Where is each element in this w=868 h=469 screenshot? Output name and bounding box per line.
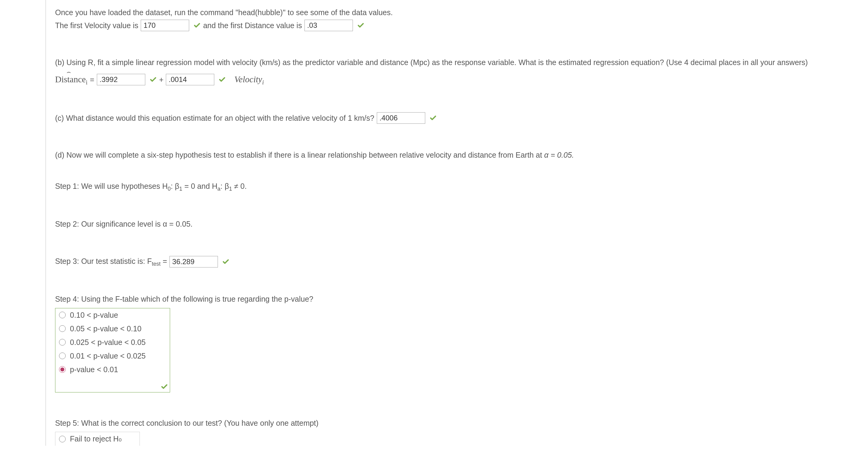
radio-row-2[interactable]: 0.025 < p-value < 0.05 <box>55 336 170 349</box>
equals-sign: = <box>90 73 94 86</box>
step5-radio-label-0: Fail to reject H₀ <box>70 435 122 443</box>
step4-section: Step 4: Using the F-table which of the f… <box>55 292 856 393</box>
radio-row-0[interactable]: 0.10 < p-value <box>55 308 170 322</box>
radio-input-1[interactable] <box>59 325 66 332</box>
part-d-prompt: (d) Now we will complete a six-step hypo… <box>55 149 856 162</box>
part-b-prompt: (b) Using R, fit a simple linear regress… <box>55 56 856 69</box>
step5-prompt: Step 5: What is the correct conclusion t… <box>55 417 856 430</box>
intro-line1: Once you have loaded the dataset, run th… <box>55 6 856 19</box>
intercept-input[interactable] <box>97 74 145 85</box>
radio-input-0[interactable] <box>59 312 66 318</box>
step5-radio-input-0[interactable] <box>59 436 66 442</box>
check-icon <box>430 114 437 122</box>
ftest-input[interactable] <box>169 256 218 268</box>
step5-radio-group: Fail to reject H₀ <box>55 432 140 446</box>
step5-section: Step 5: What is the correct conclusion t… <box>55 417 856 446</box>
step3-prefix: Step 3: Our test statistic is: Ftest = <box>55 255 167 269</box>
part-c-prompt: (c) What distance would this equation es… <box>55 112 374 125</box>
velocity-input[interactable] <box>141 20 189 31</box>
radio-row-3[interactable]: 0.01 < p-value < 0.025 <box>55 349 170 363</box>
slope-input[interactable] <box>166 74 214 85</box>
check-icon <box>193 22 200 29</box>
check-icon <box>161 383 168 390</box>
check-icon <box>222 258 229 265</box>
radio-input-3[interactable] <box>59 352 66 359</box>
distance-input[interactable] <box>305 20 353 31</box>
radio-input-4[interactable] <box>59 366 66 373</box>
part-c-line: (c) What distance would this equation es… <box>55 112 856 125</box>
part-c-section: (c) What distance would this equation es… <box>55 112 856 125</box>
radio-label-2: 0.025 < p-value < 0.05 <box>70 338 146 347</box>
radio-label-1: 0.05 < p-value < 0.10 <box>70 324 141 333</box>
step4-prompt: Step 4: Using the F-table which of the f… <box>55 292 856 306</box>
velocity-label: The first Velocity value is <box>55 19 138 32</box>
step2-section: Step 2: Our significance level is α = 0.… <box>55 218 856 230</box>
step4-radio-group: 0.10 < p-value 0.05 < p-value < 0.10 0.0… <box>55 308 170 393</box>
step3-section: Step 3: Our test statistic is: Ftest = <box>55 255 856 269</box>
step1-section: Step 1: We will use hypotheses H0: β1 = … <box>55 180 856 194</box>
velocity-symbol: Velocityi <box>234 72 264 88</box>
step5-radio-row-0[interactable]: Fail to reject H₀ <box>55 432 140 446</box>
check-icon <box>218 76 226 83</box>
question-container: Once you have loaded the dataset, run th… <box>45 0 868 446</box>
radio-row-4[interactable]: p-value < 0.01 <box>55 363 170 392</box>
part-c-input[interactable] <box>377 112 425 124</box>
radio-input-2[interactable] <box>59 339 66 346</box>
step2-text: Step 2: Our significance level is α = 0.… <box>55 218 856 230</box>
radio-label-4: p-value < 0.01 <box>70 365 118 374</box>
radio-row-1[interactable]: 0.05 < p-value < 0.10 <box>55 322 170 336</box>
part-b-section: (b) Using R, fit a simple linear regress… <box>55 56 856 88</box>
radio-label-0: 0.10 < p-value <box>70 311 118 319</box>
intro-line2: The first Velocity value is and the firs… <box>55 19 856 32</box>
intro-section: Once you have loaded the dataset, run th… <box>55 6 856 32</box>
step1-text: Step 1: We will use hypotheses H0: β1 = … <box>55 180 856 194</box>
distance-mid-text: and the first Distance value is <box>203 19 302 32</box>
part-b-equation: ⌢ Distancei = + Velocityi <box>55 72 856 88</box>
part-d-intro: (d) Now we will complete a six-step hypo… <box>55 149 856 162</box>
radio-label-3: 0.01 < p-value < 0.025 <box>70 352 146 361</box>
plus-sign: + <box>159 73 164 86</box>
distance-hat: ⌢ Distancei <box>55 72 88 88</box>
step3-line: Step 3: Our test statistic is: Ftest = <box>55 255 856 269</box>
check-icon <box>357 22 364 29</box>
check-icon <box>150 76 157 83</box>
